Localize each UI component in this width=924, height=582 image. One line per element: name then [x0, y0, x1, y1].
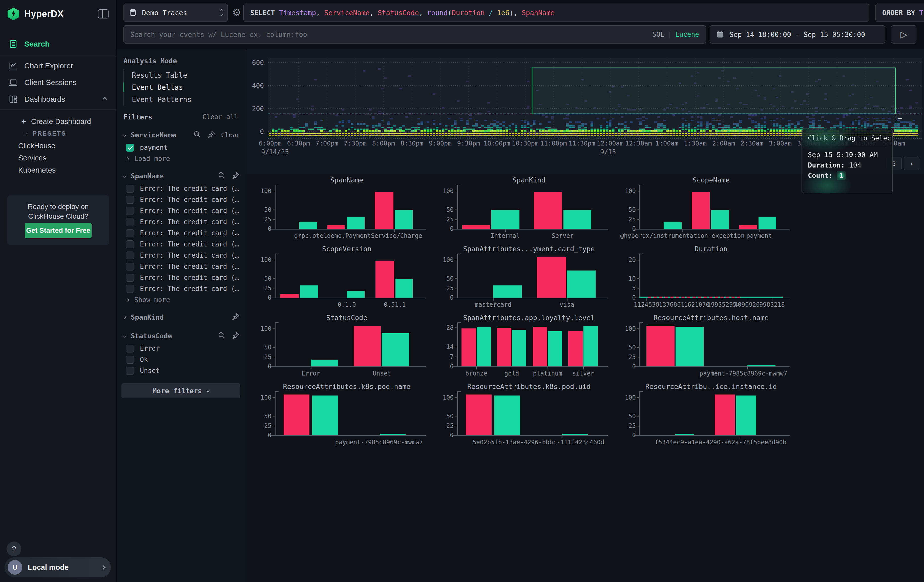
bar-green[interactable] — [347, 291, 365, 298]
bar-green[interactable] — [676, 326, 704, 366]
bar-green[interactable] — [491, 210, 520, 229]
bar-pink[interactable] — [534, 192, 562, 229]
bar-pink[interactable] — [533, 326, 547, 366]
bar-green[interactable] — [747, 365, 776, 366]
filter-load-more[interactable]: Load more — [116, 153, 245, 164]
bar-green[interactable] — [382, 333, 409, 366]
bar-pink[interactable] — [715, 394, 735, 435]
bar-pink[interactable] — [284, 394, 309, 435]
bar-pink[interactable] — [354, 326, 381, 366]
bar-green[interactable] — [395, 210, 412, 229]
bar-green[interactable] — [664, 222, 681, 229]
bar-pink[interactable] — [327, 225, 345, 229]
bar-pink[interactable] — [537, 257, 566, 298]
filter-checkbox-item[interactable]: Error: The credit card (… — [116, 250, 245, 261]
bar-green[interactable] — [675, 434, 694, 435]
bar-pink[interactable] — [375, 261, 394, 298]
help-button[interactable]: ? — [7, 541, 21, 556]
filter-load-more[interactable]: Show more — [116, 294, 245, 305]
run-query-button[interactable]: ▷ — [891, 25, 916, 43]
bar-pink[interactable] — [739, 225, 757, 229]
more-filters-button[interactable]: More filters — [121, 383, 240, 398]
filter-group-servicename[interactable]: ServiceNameClear — [116, 128, 245, 142]
sidebar-collapse-icon[interactable] — [98, 9, 109, 18]
filter-group-spanname[interactable]: SpanName — [116, 169, 245, 183]
checkbox-checked[interactable] — [126, 144, 134, 152]
bar-green[interactable] — [299, 222, 317, 229]
filter-checkbox-item[interactable]: Ok — [116, 354, 245, 365]
bar-green[interactable] — [300, 285, 318, 298]
checkbox-unchecked[interactable] — [126, 367, 134, 375]
checkbox-unchecked[interactable] — [126, 252, 134, 259]
bar-green[interactable] — [759, 217, 777, 229]
checkbox-unchecked[interactable] — [126, 263, 134, 270]
search-input[interactable]: Search your events w/ Lucene ex. column:… — [124, 25, 706, 43]
bar-green[interactable] — [380, 434, 406, 435]
bar-pink[interactable] — [497, 328, 512, 366]
checkbox-unchecked[interactable] — [126, 274, 134, 282]
bar-pink[interactable] — [375, 192, 393, 229]
checkbox-unchecked[interactable] — [126, 229, 134, 237]
filter-checkbox-item[interactable]: Error: The credit card (… — [116, 205, 245, 216]
filter-checkbox-item[interactable]: payment — [116, 142, 245, 153]
checkbox-unchecked[interactable] — [126, 207, 134, 215]
bar-green[interactable] — [477, 327, 491, 366]
mode-event-deltas[interactable]: Event Deltas — [124, 81, 191, 93]
filter-group-spankind[interactable]: SpanKind — [116, 310, 245, 324]
filter-checkbox-item[interactable]: Error: The credit card (… — [116, 216, 245, 228]
duration-heatmap[interactable] — [268, 58, 922, 140]
mode-event-patterns[interactable]: Event Patterns — [124, 93, 191, 106]
search-icon[interactable] — [212, 171, 226, 181]
filter-checkbox-item[interactable]: Error: The credit card (… — [116, 183, 245, 194]
checkbox-unchecked[interactable] — [126, 218, 134, 226]
bar-green[interactable] — [583, 326, 598, 366]
filter-group-statuscode[interactable]: StatusCode — [116, 329, 245, 343]
search-icon[interactable] — [187, 130, 201, 140]
mode-results-table[interactable]: Results Table — [124, 69, 191, 81]
filter-checkbox-item[interactable]: Unset — [116, 365, 245, 376]
bar-green[interactable] — [311, 359, 338, 366]
filter-checkbox-item[interactable]: Error: The credit card (… — [116, 239, 245, 250]
filter-checkbox-item[interactable]: Error: The credit card (… — [116, 194, 245, 205]
filter-clear-button[interactable]: Clear — [221, 131, 240, 138]
checkbox-unchecked[interactable] — [126, 345, 134, 353]
bar-green[interactable] — [512, 330, 526, 366]
bar-pink[interactable] — [462, 225, 490, 229]
sidebar-item-dashboards[interactable]: Dashboards — [0, 91, 116, 107]
bar-green[interactable] — [567, 270, 596, 298]
order-by-input[interactable]: ORDER BY Timestamp DESC — [875, 3, 924, 22]
search-icon[interactable] — [212, 331, 226, 341]
bar-pink[interactable] — [692, 192, 710, 229]
bar-green[interactable] — [563, 210, 592, 229]
preset-kubernetes[interactable]: Kubernetes — [0, 163, 116, 177]
sidebar-item-client-sessions[interactable]: Client Sessions — [0, 74, 116, 91]
pagination-next-button[interactable]: › — [904, 157, 919, 170]
local-mode-button[interactable]: U Local mode — [5, 557, 111, 577]
filter-checkbox-item[interactable]: Error: The credit card (… — [116, 272, 245, 283]
pin-icon[interactable] — [201, 130, 216, 140]
bar-pink[interactable] — [280, 294, 299, 298]
source-select[interactable]: Demo Traces — [124, 3, 228, 22]
lucene-toggle[interactable]: Lucene — [675, 31, 699, 38]
bar-green[interactable] — [396, 279, 412, 298]
sql-query-input[interactable]: SELECT Timestamp, ServiceName, StatusCod… — [243, 3, 869, 22]
bar-green[interactable] — [312, 396, 338, 435]
filter-checkbox-item[interactable]: Error — [116, 343, 245, 354]
sidebar-item-chart-explorer[interactable]: Chart Explorer — [0, 58, 116, 74]
checkbox-unchecked[interactable] — [126, 241, 134, 248]
filter-checkbox-item[interactable]: Error: The credit card (… — [116, 228, 245, 239]
bar-green[interactable] — [493, 285, 522, 298]
filter-checkbox-item[interactable]: Error: The credit card (… — [116, 283, 245, 294]
pin-icon[interactable] — [226, 171, 240, 181]
bar-green[interactable] — [548, 331, 562, 366]
bar-green[interactable] — [711, 210, 729, 229]
checkbox-unchecked[interactable] — [126, 356, 134, 364]
sidebar-item-search[interactable]: Search — [0, 36, 116, 52]
bar-pink[interactable] — [647, 326, 675, 366]
bar-pink[interactable] — [568, 331, 583, 366]
gear-icon[interactable]: ⚙ — [232, 7, 241, 18]
bar-green[interactable] — [347, 217, 365, 229]
clear-all-button[interactable]: Clear all — [202, 113, 238, 121]
bar-green[interactable] — [736, 396, 756, 435]
pin-icon[interactable] — [226, 331, 240, 341]
